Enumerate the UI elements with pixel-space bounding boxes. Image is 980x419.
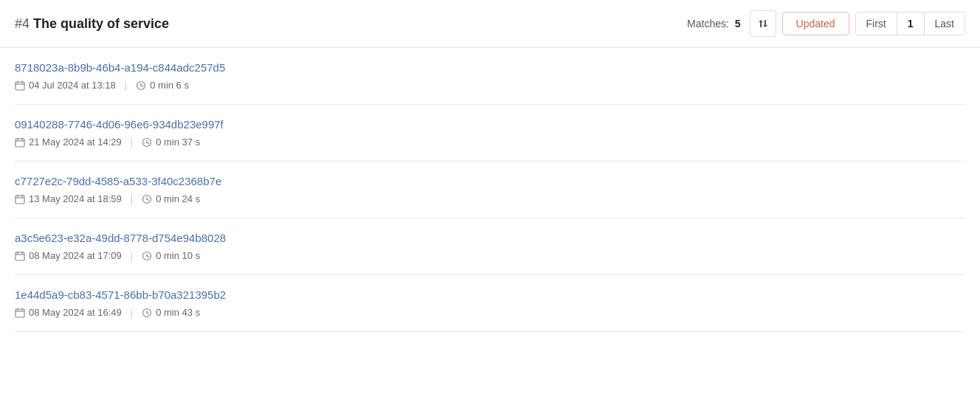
calendar-icon xyxy=(15,251,25,261)
calendar-icon xyxy=(15,194,25,204)
clock-icon xyxy=(136,80,146,91)
page-title: #4 The quality of service xyxy=(15,16,169,32)
page-container: #4 The quality of service Matches: 5 Upd… xyxy=(0,0,980,419)
svg-rect-28 xyxy=(15,309,24,317)
clock-icon xyxy=(142,137,152,148)
result-link[interactable]: 8718023a-8b9b-46b4-a194-c844adc257d5 xyxy=(15,61,225,74)
duration-text: 0 min 10 s xyxy=(156,250,200,261)
results-list: 8718023a-8b9b-46b4-a194-c844adc257d5 04 … xyxy=(0,48,980,332)
duration-text: 0 min 43 s xyxy=(156,307,200,318)
clock-icon xyxy=(142,251,152,261)
meta-separator: | xyxy=(125,80,127,91)
svg-line-6 xyxy=(141,86,143,87)
result-meta: 04 Jul 2024 at 13:18 | 0 min 6 s xyxy=(15,80,965,91)
result-duration: 0 min 10 s xyxy=(142,250,200,261)
result-duration: 0 min 43 s xyxy=(142,307,200,318)
result-duration: 0 min 6 s xyxy=(136,80,189,91)
svg-rect-21 xyxy=(15,252,24,260)
svg-line-34 xyxy=(147,313,149,314)
result-duration: 0 min 37 s xyxy=(142,136,200,148)
first-page-button[interactable]: First xyxy=(856,13,897,35)
result-duration: 0 min 24 s xyxy=(142,193,200,204)
matches-label: Matches: 5 xyxy=(687,18,741,30)
svg-rect-7 xyxy=(15,139,24,147)
result-item: 1e44d5a9-cb83-4571-86bb-b70a321395b2 08 … xyxy=(15,275,965,332)
result-link[interactable]: 1e44d5a9-cb83-4571-86bb-b70a321395b2 xyxy=(15,288,226,301)
meta-separator: | xyxy=(131,136,133,148)
result-date: 08 May 2024 at 17:09 xyxy=(15,250,122,261)
svg-line-13 xyxy=(147,142,149,144)
sort-button[interactable] xyxy=(750,10,776,37)
date-text: 08 May 2024 at 16:49 xyxy=(29,307,122,318)
date-text: 21 May 2024 at 14:29 xyxy=(29,136,122,148)
result-link[interactable]: 09140288-7746-4d06-96e6-934db23e997f xyxy=(15,118,224,131)
duration-text: 0 min 6 s xyxy=(150,80,189,91)
result-item: c7727e2c-79dd-4585-a533-3f40c2368b7e 13 … xyxy=(15,162,965,218)
svg-rect-14 xyxy=(15,195,24,204)
title-number: #4 xyxy=(15,16,33,31)
calendar-icon xyxy=(15,80,25,91)
result-meta: 08 May 2024 at 16:49 | 0 min 43 s xyxy=(15,307,965,318)
meta-separator: | xyxy=(131,250,133,261)
header: #4 The quality of service Matches: 5 Upd… xyxy=(0,0,980,48)
header-controls: Matches: 5 Updated First 1 Last xyxy=(687,10,965,37)
meta-separator: | xyxy=(131,307,133,318)
calendar-icon xyxy=(15,308,25,318)
sort-icon xyxy=(757,18,769,30)
calendar-icon xyxy=(15,137,25,148)
date-text: 04 Jul 2024 at 13:18 xyxy=(29,80,116,91)
meta-separator: | xyxy=(131,193,133,204)
duration-text: 0 min 24 s xyxy=(156,193,200,204)
result-item: 09140288-7746-4d06-96e6-934db23e997f 21 … xyxy=(15,105,965,162)
current-page: 1 xyxy=(897,13,925,35)
result-date: 21 May 2024 at 14:29 xyxy=(15,136,122,148)
result-item: a3c5e623-e32a-49dd-8778-d754e94b8028 08 … xyxy=(15,218,965,275)
result-meta: 08 May 2024 at 17:09 | 0 min 10 s xyxy=(15,250,965,261)
result-date: 08 May 2024 at 16:49 xyxy=(15,307,122,318)
updated-button[interactable]: Updated xyxy=(782,12,849,35)
result-meta: 21 May 2024 at 14:29 | 0 min 37 s xyxy=(15,136,965,148)
date-text: 13 May 2024 at 18:59 xyxy=(29,193,122,204)
duration-text: 0 min 37 s xyxy=(156,136,200,148)
result-meta: 13 May 2024 at 18:59 | 0 min 24 s xyxy=(15,193,965,204)
pagination: First 1 Last xyxy=(855,12,965,35)
svg-rect-0 xyxy=(15,82,24,90)
result-link[interactable]: a3c5e623-e32a-49dd-8778-d754e94b8028 xyxy=(15,232,226,244)
result-date: 04 Jul 2024 at 13:18 xyxy=(15,80,116,91)
result-link[interactable]: c7727e2c-79dd-4585-a533-3f40c2368b7e xyxy=(15,175,221,187)
clock-icon xyxy=(142,194,152,204)
svg-line-27 xyxy=(147,256,149,257)
date-text: 08 May 2024 at 17:09 xyxy=(29,250,122,261)
clock-icon xyxy=(142,308,152,318)
result-item: 8718023a-8b9b-46b4-a194-c844adc257d5 04 … xyxy=(15,48,965,105)
last-page-button[interactable]: Last xyxy=(925,13,965,35)
result-date: 13 May 2024 at 18:59 xyxy=(15,193,122,204)
svg-line-20 xyxy=(147,199,149,201)
title-text: The quality of service xyxy=(33,16,169,31)
